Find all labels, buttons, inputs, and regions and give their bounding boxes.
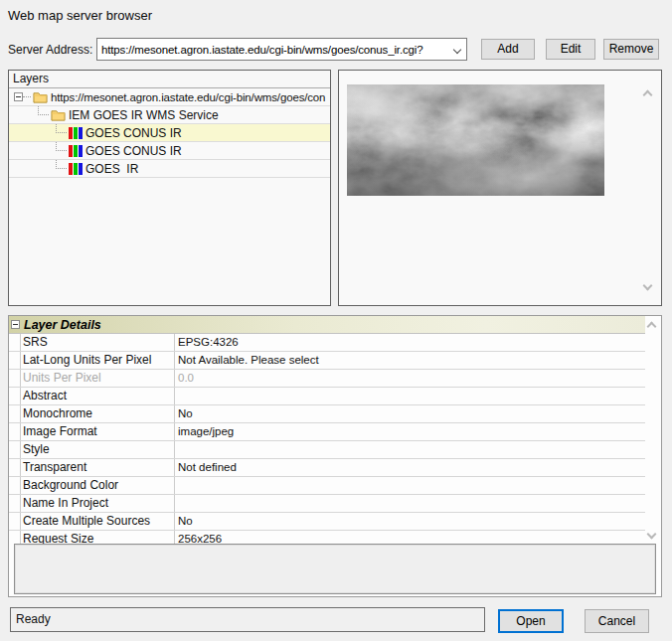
layer-details-title: Layer Details <box>20 318 101 332</box>
tree-item-label: https://mesonet.agron.iastate.edu/cgi-bi… <box>48 91 325 103</box>
add-button[interactable]: Add <box>481 39 535 60</box>
satellite-preview-image <box>347 84 604 196</box>
detail-label: Request Size <box>23 531 93 544</box>
detail-value[interactable]: EPSG:4326 <box>178 334 239 351</box>
tree-row-wms-service[interactable]: IEM GOES IR WMS Service <box>9 106 330 124</box>
chevron-down-icon[interactable] <box>448 39 466 60</box>
tree-item-label: GOES CONUS IR <box>83 126 182 140</box>
detail-row-background-color: Background Color <box>9 477 645 495</box>
detail-row-style: Style <box>9 441 645 459</box>
detail-row-units-per-pixel: Units Per Pixel 0.0 <box>9 370 645 388</box>
detail-label: Create Multiple Sources <box>23 513 150 530</box>
layer-details-header[interactable]: Layer Details <box>9 316 645 334</box>
collapse-icon[interactable] <box>11 320 20 329</box>
detail-label: Abstract <box>23 388 67 404</box>
detail-row-abstract: Abstract <box>9 388 645 405</box>
collapse-icon[interactable] <box>14 92 23 101</box>
detail-label: Name In Project <box>23 495 108 512</box>
preview-scroll-down-button[interactable] <box>639 277 655 293</box>
status-bar: Ready <box>10 607 485 632</box>
preview-scroll-up-button[interactable] <box>639 86 655 102</box>
detail-value[interactable]: image/jpeg <box>178 423 234 440</box>
server-address-input[interactable] <box>97 39 448 60</box>
rgb-layer-icon <box>69 145 83 157</box>
detail-row-transparent: Transparent Not defined <box>9 459 645 477</box>
details-scroll-down-button[interactable] <box>643 526 659 542</box>
server-address-label: Server Address: <box>8 43 92 57</box>
tree-item-label: GOES CONUS IR <box>83 144 182 158</box>
layers-panel-header: Layers <box>9 71 330 88</box>
detail-row-request-size: Request Size 256x256 <box>9 531 645 544</box>
layers-panel: Layers https://mesonet.agron.iastate.edu… <box>8 70 331 306</box>
detail-row-create-multiple-sources: Create Multiple Sources No <box>9 513 645 531</box>
detail-label: Lat-Long Units Per Pixel <box>23 352 151 369</box>
detail-row-image-format: Image Format image/jpeg <box>9 423 645 441</box>
tree-item-label: GOES IR <box>83 162 138 176</box>
rgb-layer-icon <box>69 127 83 139</box>
detail-label: Units Per Pixel <box>23 370 101 387</box>
detail-row-name-in-project: Name In Project <box>9 495 645 513</box>
folder-icon <box>51 108 66 121</box>
window-title: Web map server browser <box>8 8 152 23</box>
detail-value: 0.0 <box>178 370 194 387</box>
preview-panel <box>338 70 662 306</box>
layer-details-table: Layer Details SRS EPSG:4326 Lat-Long Uni… <box>9 316 661 544</box>
edit-button[interactable]: Edit <box>546 39 595 60</box>
tree-row-goes-conus-ir-1[interactable]: GOES CONUS IR <box>9 124 330 142</box>
rgb-layer-icon <box>69 163 83 175</box>
detail-value[interactable]: Not Available. Please select <box>178 352 319 369</box>
remove-button[interactable]: Remove <box>603 39 659 60</box>
tree-row-goes-ir[interactable]: GOES IR <box>9 160 330 178</box>
folder-icon <box>33 90 48 103</box>
tree-row-server-url[interactable]: https://mesonet.agron.iastate.edu/cgi-bi… <box>9 88 330 106</box>
cancel-button[interactable]: Cancel <box>585 609 649 633</box>
details-scroll-up-button[interactable] <box>643 318 659 334</box>
satellite-image-shading <box>347 84 604 196</box>
detail-value[interactable]: 256x256 <box>178 531 222 544</box>
message-box <box>14 544 656 594</box>
detail-label: Image Format <box>23 423 97 440</box>
detail-value[interactable]: No <box>178 405 193 422</box>
detail-label: Style <box>23 441 50 458</box>
detail-row-latlong-units: Lat-Long Units Per Pixel Not Available. … <box>9 352 645 370</box>
detail-row-monochrome: Monochrome No <box>9 405 645 423</box>
detail-value[interactable]: No <box>178 513 193 530</box>
detail-row-srs: SRS EPSG:4326 <box>9 334 645 352</box>
detail-label: Background Color <box>23 477 118 494</box>
tree-connector <box>56 142 67 151</box>
tree-connector <box>38 106 49 115</box>
detail-label: Monochrome <box>23 405 92 422</box>
detail-value[interactable]: Not defined <box>178 459 237 476</box>
server-address-combobox[interactable] <box>96 38 467 61</box>
tree-item-label: IEM GOES IR WMS Service <box>66 108 219 122</box>
tree-connector <box>56 160 67 169</box>
open-button[interactable]: Open <box>498 609 564 633</box>
detail-label: Transparent <box>23 459 86 476</box>
tree-row-goes-conus-ir-2[interactable]: GOES CONUS IR <box>9 142 330 160</box>
tree-connector <box>56 124 67 133</box>
detail-label: SRS <box>23 334 48 351</box>
tree-connector <box>23 88 31 97</box>
layer-details-panel: Layer Details SRS EPSG:4326 Lat-Long Uni… <box>8 315 662 597</box>
